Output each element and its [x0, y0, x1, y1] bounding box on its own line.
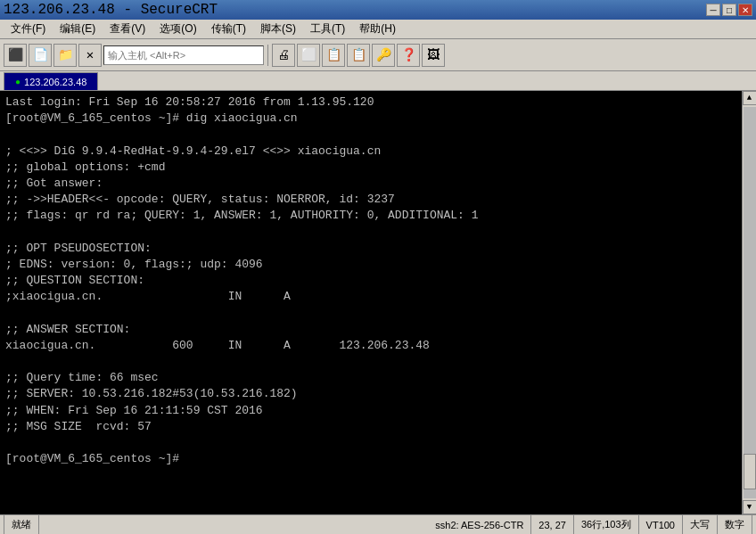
toolbar-btn-2[interactable]: 📄	[29, 44, 52, 67]
terminal-output[interactable]: Last login: Fri Sep 16 20:58:27 2016 fro…	[0, 91, 742, 514]
toolbar-btn-3[interactable]: 📁	[53, 44, 77, 67]
host-input[interactable]	[103, 45, 264, 65]
status-encryption: ssh2: AES-256-CTR	[428, 515, 531, 534]
main-area: Last login: Fri Sep 16 20:58:27 2016 fro…	[0, 91, 756, 514]
scrollbar[interactable]: ▲ ▼	[742, 91, 756, 514]
status-num: 数字	[718, 515, 752, 534]
tabbar: ● 123.206.23.48	[0, 71, 756, 91]
scroll-track[interactable]	[744, 107, 756, 498]
scroll-thumb[interactable]	[744, 454, 756, 489]
menu-help[interactable]: 帮助(H)	[352, 20, 403, 38]
titlebar: 123.206.23.48 - SecureCRT ─ □ ✕	[0, 0, 756, 20]
window-controls: ─ □ ✕	[706, 4, 752, 16]
toolbar-btn-7[interactable]: 📋	[322, 44, 345, 67]
menu-edit[interactable]: 编辑(E)	[53, 20, 103, 38]
toolbar-btn-8[interactable]: 📋	[347, 44, 370, 67]
titlebar-text: 123.206.23.48 - SecureCRT	[4, 2, 218, 18]
toolbar-btn-4[interactable]: ✕	[78, 44, 102, 67]
tab-status-dot: ●	[15, 77, 21, 86]
menubar: 文件(F) 编辑(E) 查看(V) 选项(O) 传输(T) 脚本(S) 工具(T…	[0, 20, 756, 39]
status-ready: 就绪	[4, 515, 39, 534]
tab-label: 123.206.23.48	[24, 77, 86, 87]
toolbar-btn-1[interactable]: ⬛	[4, 44, 27, 67]
status-lines: 36行,103列	[574, 515, 639, 534]
menu-view[interactable]: 查看(V)	[103, 20, 152, 38]
toolbar-btn-11[interactable]: 🖼	[422, 44, 445, 67]
toolbar-btn-6[interactable]: ⬜	[297, 44, 320, 67]
menu-options[interactable]: 选项(O)	[152, 20, 203, 38]
toolbar-btn-10[interactable]: ❓	[397, 44, 420, 67]
menu-script[interactable]: 脚本(S)	[253, 20, 303, 38]
menu-tools[interactable]: 工具(T)	[303, 20, 352, 38]
close-button[interactable]: ✕	[738, 4, 752, 16]
statusbar: 就绪 ssh2: AES-256-CTR 23, 27 36行,103列 VT1…	[0, 514, 756, 534]
tab-session[interactable]: ● 123.206.23.48	[4, 72, 98, 90]
toolbar-btn-5[interactable]: 🖨	[272, 44, 295, 67]
status-position: 23, 27	[531, 515, 574, 534]
status-caps: 大写	[683, 515, 718, 534]
minimize-button[interactable]: ─	[706, 4, 720, 16]
scroll-up[interactable]: ▲	[743, 91, 757, 105]
maximize-button[interactable]: □	[722, 4, 736, 16]
menu-file[interactable]: 文件(F)	[4, 20, 53, 38]
menu-transfer[interactable]: 传输(T)	[204, 20, 253, 38]
separator-1	[267, 45, 268, 66]
toolbar: ⬛ 📄 📁 ✕ 🖨 ⬜ 📋 📋 🔑 ❓ 🖼	[0, 39, 756, 71]
scroll-down[interactable]: ▼	[743, 500, 757, 514]
status-encoding: VT100	[639, 515, 683, 534]
toolbar-btn-9[interactable]: 🔑	[372, 44, 395, 67]
